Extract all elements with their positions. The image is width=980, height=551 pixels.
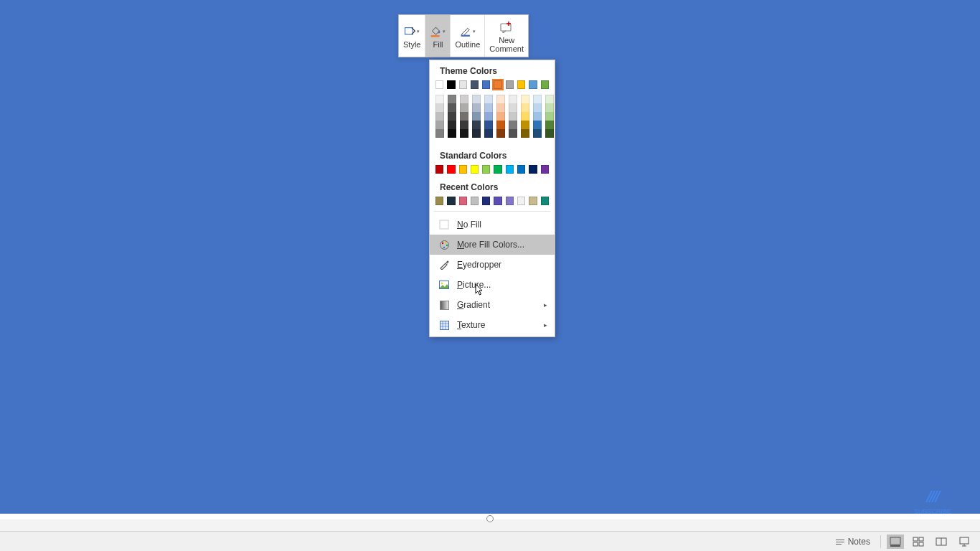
color-swatch[interactable]	[448, 121, 456, 129]
color-swatch[interactable]	[496, 129, 505, 138]
color-swatch[interactable]	[482, 197, 490, 205]
color-swatch[interactable]	[460, 129, 468, 138]
gradient-item[interactable]: Gradient ▸	[430, 295, 555, 315]
color-swatch[interactable]	[517, 80, 525, 89]
color-swatch[interactable]	[545, 103, 554, 112]
color-swatch[interactable]	[435, 129, 444, 138]
color-swatch[interactable]	[496, 121, 505, 129]
color-swatch[interactable]	[509, 112, 517, 121]
notes-button[interactable]: Notes	[831, 535, 875, 548]
color-swatch[interactable]	[447, 197, 455, 205]
color-swatch[interactable]	[435, 103, 444, 112]
color-swatch[interactable]	[484, 95, 493, 103]
color-swatch[interactable]	[509, 103, 517, 112]
color-swatch[interactable]	[460, 112, 468, 121]
fill-button[interactable]: ▾ Fill	[425, 15, 451, 57]
more-fill-colors-item[interactable]: More Fill Colors...	[430, 235, 555, 255]
eyedropper-item[interactable]: Eyedropper	[430, 255, 555, 275]
color-swatch[interactable]	[521, 129, 529, 138]
color-swatch[interactable]	[545, 95, 554, 103]
color-swatch[interactable]	[541, 197, 549, 205]
color-swatch[interactable]	[459, 80, 467, 89]
color-swatch[interactable]	[496, 95, 505, 103]
color-swatch[interactable]	[545, 112, 554, 121]
slideshow-button[interactable]	[956, 534, 973, 549]
color-swatch[interactable]	[448, 95, 456, 103]
color-swatch[interactable]	[506, 197, 514, 205]
color-swatch[interactable]	[435, 197, 443, 205]
color-swatch[interactable]	[472, 129, 481, 138]
color-swatch[interactable]	[447, 80, 455, 89]
color-swatch[interactable]	[471, 80, 479, 89]
color-swatch[interactable]	[521, 95, 529, 103]
color-swatch[interactable]	[521, 121, 529, 129]
new-comment-button[interactable]: NewComment	[485, 15, 528, 57]
color-swatch[interactable]	[541, 165, 549, 174]
color-swatch[interactable]	[472, 112, 481, 121]
color-swatch[interactable]	[460, 103, 468, 112]
color-swatch[interactable]	[545, 121, 554, 129]
sorter-view-button[interactable]	[910, 534, 927, 549]
color-swatch[interactable]	[529, 197, 537, 205]
color-swatch[interactable]	[472, 121, 481, 129]
outline-button[interactable]: ▾ Outline	[451, 15, 485, 57]
color-swatch[interactable]	[471, 197, 479, 205]
watermark-icon	[922, 488, 943, 505]
no-fill-item[interactable]: No Fill	[430, 215, 555, 235]
color-swatch[interactable]	[509, 129, 517, 138]
color-swatch[interactable]	[448, 103, 456, 112]
color-swatch[interactable]	[533, 95, 542, 103]
color-swatch[interactable]	[545, 129, 554, 138]
color-swatch[interactable]	[484, 103, 493, 112]
color-swatch[interactable]	[506, 80, 514, 89]
color-swatch[interactable]	[533, 112, 542, 121]
color-swatch[interactable]	[529, 165, 537, 174]
color-swatch[interactable]	[521, 103, 529, 112]
color-swatch[interactable]	[484, 121, 493, 129]
color-swatch[interactable]	[494, 80, 501, 89]
normal-view-button[interactable]	[887, 534, 904, 549]
color-swatch[interactable]	[521, 112, 529, 121]
eyedropper-label: Eyedropper	[457, 260, 547, 270]
color-swatch[interactable]	[482, 165, 490, 174]
picture-item[interactable]: Picture...	[430, 275, 555, 295]
color-swatch[interactable]	[533, 121, 542, 129]
color-swatch[interactable]	[494, 197, 501, 205]
color-swatch[interactable]	[482, 80, 490, 89]
color-swatch[interactable]	[435, 80, 443, 89]
style-label: Style	[403, 40, 420, 49]
color-swatch[interactable]	[460, 121, 468, 129]
color-swatch[interactable]	[448, 129, 456, 138]
new-comment-label: NewComment	[489, 36, 524, 53]
color-swatch[interactable]	[435, 121, 444, 129]
color-swatch[interactable]	[460, 95, 468, 103]
color-swatch[interactable]	[459, 197, 467, 205]
color-swatch[interactable]	[447, 165, 455, 174]
color-swatch[interactable]	[533, 129, 542, 138]
color-swatch[interactable]	[448, 112, 456, 121]
color-swatch[interactable]	[472, 103, 481, 112]
color-swatch[interactable]	[517, 165, 525, 174]
color-swatch[interactable]	[435, 165, 443, 174]
color-swatch[interactable]	[529, 80, 537, 89]
color-swatch[interactable]	[533, 103, 542, 112]
color-swatch[interactable]	[472, 95, 481, 103]
color-swatch[interactable]	[494, 165, 501, 174]
color-swatch[interactable]	[484, 129, 493, 138]
color-swatch[interactable]	[506, 165, 514, 174]
color-swatch[interactable]	[496, 112, 505, 121]
color-swatch[interactable]	[459, 165, 467, 174]
color-swatch[interactable]	[484, 112, 493, 121]
color-swatch[interactable]	[509, 121, 517, 129]
reading-view-button[interactable]	[933, 534, 950, 549]
style-button[interactable]: ▾ Style	[399, 15, 425, 57]
color-swatch[interactable]	[541, 80, 549, 89]
texture-item[interactable]: Texture ▸	[430, 315, 555, 335]
color-swatch[interactable]	[509, 95, 517, 103]
color-swatch[interactable]	[496, 103, 505, 112]
color-swatch[interactable]	[517, 197, 525, 205]
color-swatch[interactable]	[471, 165, 479, 174]
slide-resize-handle[interactable]	[486, 515, 494, 522]
color-swatch[interactable]	[435, 95, 444, 103]
color-swatch[interactable]	[435, 112, 444, 121]
